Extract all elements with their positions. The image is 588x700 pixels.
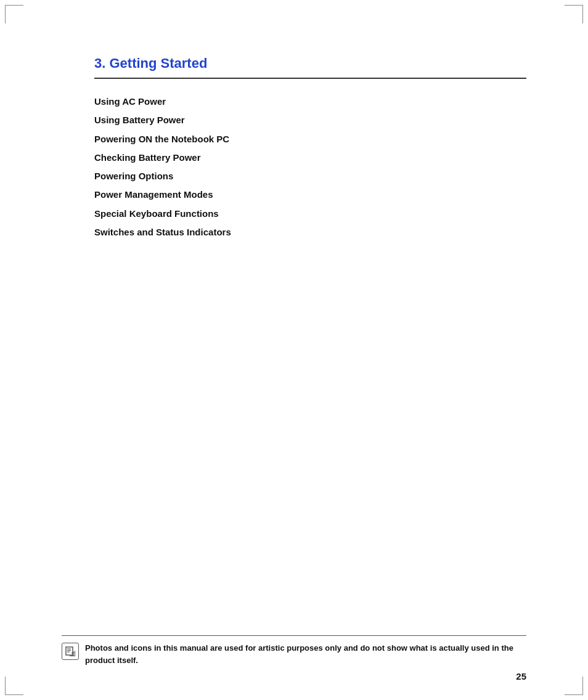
corner-mark-bottom-right [565, 677, 583, 695]
toc-item-8[interactable]: Switches and Status Indicators [94, 223, 526, 242]
footer-note-text: Photos and icons in this manual are used… [85, 642, 526, 666]
toc-item-7[interactable]: Special Keyboard Functions [94, 205, 526, 223]
svg-line-4 [72, 652, 74, 654]
corner-mark-bottom-left [5, 677, 23, 695]
note-icon [62, 643, 79, 660]
page-content: 3. Getting Started Using AC Power Using … [94, 55, 526, 242]
section-divider [94, 78, 526, 79]
svg-rect-0 [66, 647, 73, 655]
toc-item-5[interactable]: Powering Options [94, 167, 526, 185]
corner-mark-top-right [565, 5, 583, 23]
footer: Photos and icons in this manual are used… [62, 635, 526, 666]
toc-item-3[interactable]: Powering ON the Notebook PC [94, 130, 526, 149]
corner-mark-top-left [5, 5, 23, 23]
toc-item-2[interactable]: Using Battery Power [94, 111, 526, 129]
footer-note: Photos and icons in this manual are used… [62, 642, 526, 666]
toc-item-1[interactable]: Using AC Power [94, 92, 526, 111]
toc-item-4[interactable]: Checking Battery Power [94, 149, 526, 167]
page-number: 25 [516, 671, 526, 682]
toc-list: Using AC Power Using Battery Power Power… [94, 92, 526, 242]
toc-item-6[interactable]: Power Management Modes [94, 185, 526, 204]
chapter-title: 3. Getting Started [94, 55, 526, 71]
footer-divider [62, 635, 526, 636]
